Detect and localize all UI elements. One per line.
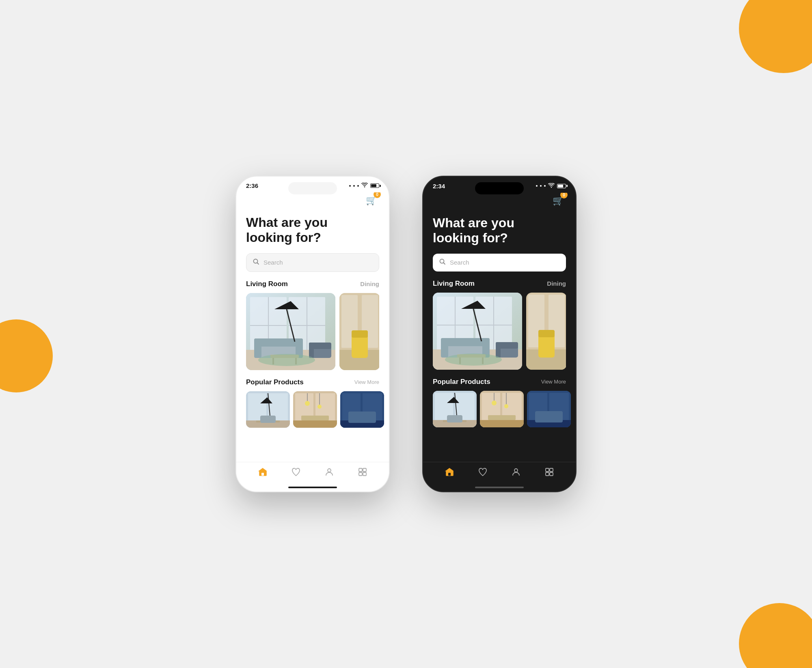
category-row-dark: Living Room Dining bbox=[433, 280, 566, 288]
svg-rect-41 bbox=[293, 420, 337, 428]
product-card-3-light[interactable] bbox=[340, 391, 384, 428]
home-indicator-light bbox=[288, 487, 337, 488]
battery-fill-dark bbox=[558, 185, 563, 187]
product-3-scene-light bbox=[340, 391, 384, 428]
living-room-label-dark: Living Room bbox=[433, 280, 475, 288]
status-time-dark: 2:34 bbox=[433, 183, 445, 190]
search-bar-light[interactable]: Search bbox=[246, 253, 379, 272]
view-more-dark[interactable]: View More bbox=[541, 379, 566, 385]
dining-label-dark: Dining bbox=[547, 280, 566, 287]
nav-favorites-dark[interactable] bbox=[478, 467, 488, 479]
svg-rect-57 bbox=[363, 472, 366, 476]
status-icons-light bbox=[349, 183, 379, 189]
product-card-1-light[interactable] bbox=[246, 391, 290, 428]
living-room-card-light[interactable] bbox=[246, 293, 335, 370]
phones-container: 2:36 bbox=[235, 176, 577, 492]
dining-room-card-light[interactable] bbox=[339, 293, 379, 370]
cart-button-area-light: 🛒 0 bbox=[246, 192, 379, 209]
product-1-scene-light bbox=[246, 391, 290, 428]
svg-point-0 bbox=[364, 186, 365, 187]
svg-rect-104 bbox=[488, 415, 516, 420]
heading-dark: What are youlooking for? bbox=[433, 215, 566, 246]
product-card-3-dark[interactable] bbox=[527, 391, 571, 427]
svg-rect-87 bbox=[538, 330, 555, 337]
svg-rect-52 bbox=[261, 473, 264, 476]
living-room-scene-light bbox=[246, 293, 335, 370]
product-2-scene-dark bbox=[480, 391, 524, 427]
svg-rect-46 bbox=[301, 416, 329, 420]
svg-rect-17 bbox=[309, 343, 314, 358]
room-images-light bbox=[246, 293, 379, 370]
popular-products-row-light: Popular Products View More bbox=[246, 378, 379, 386]
svg-rect-13 bbox=[254, 338, 261, 358]
battery-icon bbox=[370, 183, 379, 188]
living-room-label-light: Living Room bbox=[246, 280, 288, 288]
signal-dot-d3 bbox=[544, 185, 546, 187]
search-placeholder-dark: Search bbox=[450, 259, 469, 266]
product-card-2-light[interactable] bbox=[293, 391, 337, 428]
nav-profile-dark[interactable] bbox=[511, 467, 521, 479]
category-row-light: Living Room Dining bbox=[246, 280, 379, 288]
svg-point-102 bbox=[504, 404, 508, 408]
product-3-scene-dark bbox=[527, 391, 571, 427]
svg-rect-56 bbox=[359, 472, 362, 476]
decorative-circle-left bbox=[0, 319, 53, 392]
svg-rect-99 bbox=[480, 420, 524, 427]
svg-rect-95 bbox=[447, 415, 462, 422]
status-icons-dark bbox=[536, 182, 566, 190]
svg-point-53 bbox=[328, 469, 331, 472]
signal-dot-2 bbox=[353, 185, 355, 187]
svg-rect-29 bbox=[352, 330, 368, 338]
nav-grid-light[interactable] bbox=[358, 467, 367, 479]
phone-content-dark: 🛒 0 What are youlooking for? Search bbox=[423, 193, 576, 427]
battery-icon-dark bbox=[557, 184, 566, 188]
dining-room-scene-light bbox=[339, 293, 379, 370]
svg-rect-110 bbox=[448, 473, 451, 476]
phone-light: 2:36 bbox=[235, 176, 390, 492]
svg-rect-71 bbox=[441, 338, 448, 358]
signal-dot-d2 bbox=[540, 185, 542, 187]
svg-point-81 bbox=[445, 353, 502, 366]
status-bar-light: 2:36 bbox=[236, 177, 389, 192]
svg-point-42 bbox=[305, 401, 310, 406]
status-bar-dark: 2:34 bbox=[423, 177, 576, 193]
svg-rect-112 bbox=[546, 468, 549, 472]
signal-dot-3 bbox=[357, 185, 359, 187]
nav-home-light[interactable] bbox=[258, 467, 268, 479]
svg-point-111 bbox=[514, 469, 518, 472]
cart-button-area-dark: 🛒 0 bbox=[433, 193, 566, 209]
nav-profile-light[interactable] bbox=[324, 467, 334, 479]
nav-home-dark[interactable] bbox=[445, 467, 454, 479]
product-card-1-dark[interactable] bbox=[433, 391, 477, 427]
cart-button-light[interactable]: 🛒 0 bbox=[363, 192, 379, 209]
svg-rect-115 bbox=[550, 472, 553, 476]
svg-point-44 bbox=[317, 405, 322, 409]
phone-dark: 2:34 bbox=[422, 176, 577, 492]
nav-grid-dark[interactable] bbox=[544, 467, 554, 479]
cart-button-dark[interactable]: 🛒 0 bbox=[550, 193, 566, 209]
dining-label-light: Dining bbox=[360, 280, 379, 287]
search-placeholder-light: Search bbox=[263, 259, 283, 266]
svg-point-23 bbox=[258, 354, 315, 366]
signal-dot-d1 bbox=[536, 185, 538, 187]
decorative-circle-bottom-right bbox=[739, 603, 812, 668]
living-room-card-dark[interactable] bbox=[433, 293, 522, 370]
battery-fill bbox=[371, 184, 376, 187]
svg-rect-114 bbox=[546, 472, 549, 476]
cart-badge-light: 0 bbox=[374, 192, 381, 198]
decorative-circle-top-right bbox=[739, 0, 812, 73]
product-card-2-dark[interactable] bbox=[480, 391, 524, 427]
view-more-light[interactable]: View More bbox=[354, 379, 379, 385]
dining-room-card-dark[interactable] bbox=[526, 293, 566, 370]
phone-content-light: 🛒 0 What are youlooking for? Search bbox=[236, 192, 389, 428]
nav-favorites-light[interactable] bbox=[291, 467, 301, 479]
status-time-light: 2:36 bbox=[246, 182, 258, 189]
svg-point-58 bbox=[551, 187, 552, 187]
popular-products-row-dark: Popular Products View More bbox=[433, 378, 566, 386]
product-1-scene-dark bbox=[433, 391, 477, 427]
search-bar-dark[interactable]: Search bbox=[433, 254, 566, 272]
popular-products-label-light: Popular Products bbox=[246, 378, 304, 386]
room-images-dark bbox=[433, 293, 566, 370]
signal-dot-1 bbox=[349, 185, 351, 187]
svg-rect-54 bbox=[359, 468, 362, 472]
